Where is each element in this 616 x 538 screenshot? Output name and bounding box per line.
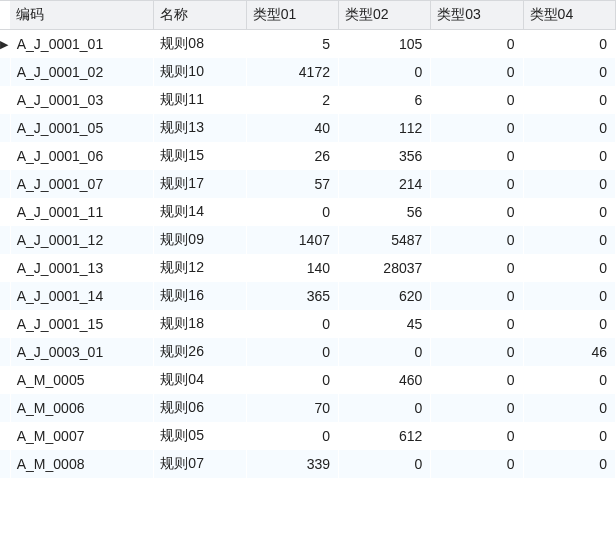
- cell-type01[interactable]: 5: [246, 30, 338, 58]
- cell-type03[interactable]: 0: [431, 338, 523, 366]
- table-row[interactable]: ▶A_J_0001_01规则08510500: [0, 30, 616, 58]
- cell-type03[interactable]: 0: [431, 394, 523, 422]
- cell-name[interactable]: 规则12: [154, 254, 246, 282]
- cell-name[interactable]: 规则18: [154, 310, 246, 338]
- cell-type03[interactable]: 0: [431, 282, 523, 310]
- cell-type03[interactable]: 0: [431, 58, 523, 86]
- column-header-name[interactable]: 名称: [154, 1, 246, 30]
- cell-name[interactable]: 规则08: [154, 30, 246, 58]
- cell-type04[interactable]: 0: [523, 254, 615, 282]
- cell-type03[interactable]: 0: [431, 86, 523, 114]
- table-row[interactable]: A_J_0001_14规则1636562000: [0, 282, 616, 310]
- cell-code[interactable]: A_M_0006: [10, 394, 154, 422]
- cell-type04[interactable]: 46: [523, 338, 615, 366]
- cell-code[interactable]: A_J_0001_02: [10, 58, 154, 86]
- cell-type01[interactable]: 0: [246, 338, 338, 366]
- cell-code[interactable]: A_J_0001_01: [10, 30, 154, 58]
- cell-name[interactable]: 规则06: [154, 394, 246, 422]
- cell-type01[interactable]: 70: [246, 394, 338, 422]
- cell-type03[interactable]: 0: [431, 226, 523, 254]
- cell-code[interactable]: A_J_0001_14: [10, 282, 154, 310]
- cell-name[interactable]: 规则11: [154, 86, 246, 114]
- column-header-code[interactable]: 编码: [10, 1, 154, 30]
- cell-type03[interactable]: 0: [431, 450, 523, 478]
- table-row[interactable]: A_J_0001_03规则112600: [0, 86, 616, 114]
- cell-type01[interactable]: 4172: [246, 58, 338, 86]
- table-row[interactable]: A_M_0007规则05061200: [0, 422, 616, 450]
- cell-type04[interactable]: 0: [523, 226, 615, 254]
- cell-type02[interactable]: 460: [338, 366, 430, 394]
- cell-type04[interactable]: 0: [523, 58, 615, 86]
- cell-type04[interactable]: 0: [523, 170, 615, 198]
- cell-type03[interactable]: 0: [431, 198, 523, 226]
- cell-type02[interactable]: 214: [338, 170, 430, 198]
- cell-type04[interactable]: 0: [523, 450, 615, 478]
- cell-type04[interactable]: 0: [523, 114, 615, 142]
- cell-code[interactable]: A_J_0001_12: [10, 226, 154, 254]
- cell-type01[interactable]: 0: [246, 366, 338, 394]
- cell-type03[interactable]: 0: [431, 310, 523, 338]
- cell-type04[interactable]: 0: [523, 310, 615, 338]
- cell-type02[interactable]: 356: [338, 142, 430, 170]
- cell-type04[interactable]: 0: [523, 198, 615, 226]
- cell-code[interactable]: A_M_0005: [10, 366, 154, 394]
- cell-name[interactable]: 规则07: [154, 450, 246, 478]
- cell-type01[interactable]: 57: [246, 170, 338, 198]
- cell-type04[interactable]: 0: [523, 394, 615, 422]
- table-row[interactable]: A_M_0005规则04046000: [0, 366, 616, 394]
- cell-type02[interactable]: 0: [338, 394, 430, 422]
- column-header-type03[interactable]: 类型03: [431, 1, 523, 30]
- cell-code[interactable]: A_J_0001_03: [10, 86, 154, 114]
- cell-code[interactable]: A_M_0008: [10, 450, 154, 478]
- cell-type04[interactable]: 0: [523, 422, 615, 450]
- cell-name[interactable]: 规则10: [154, 58, 246, 86]
- table-row[interactable]: A_J_0001_05规则134011200: [0, 114, 616, 142]
- cell-type03[interactable]: 0: [431, 422, 523, 450]
- cell-type02[interactable]: 620: [338, 282, 430, 310]
- cell-type01[interactable]: 1407: [246, 226, 338, 254]
- column-header-type04[interactable]: 类型04: [523, 1, 615, 30]
- cell-type02[interactable]: 112: [338, 114, 430, 142]
- cell-type01[interactable]: 365: [246, 282, 338, 310]
- cell-type01[interactable]: 140: [246, 254, 338, 282]
- cell-code[interactable]: A_J_0001_15: [10, 310, 154, 338]
- cell-type02[interactable]: 0: [338, 338, 430, 366]
- cell-type02[interactable]: 6: [338, 86, 430, 114]
- cell-type04[interactable]: 0: [523, 142, 615, 170]
- column-header-type02[interactable]: 类型02: [338, 1, 430, 30]
- cell-type02[interactable]: 45: [338, 310, 430, 338]
- cell-type02[interactable]: 56: [338, 198, 430, 226]
- cell-code[interactable]: A_J_0001_05: [10, 114, 154, 142]
- cell-type02[interactable]: 0: [338, 58, 430, 86]
- cell-type01[interactable]: 339: [246, 450, 338, 478]
- cell-type03[interactable]: 0: [431, 142, 523, 170]
- table-row[interactable]: A_J_0001_11规则1405600: [0, 198, 616, 226]
- table-row[interactable]: A_J_0001_02规则104172000: [0, 58, 616, 86]
- cell-type04[interactable]: 0: [523, 282, 615, 310]
- cell-code[interactable]: A_J_0001_06: [10, 142, 154, 170]
- cell-type04[interactable]: 0: [523, 30, 615, 58]
- cell-type01[interactable]: 40: [246, 114, 338, 142]
- cell-name[interactable]: 规则16: [154, 282, 246, 310]
- table-row[interactable]: A_J_0001_12规则091407548700: [0, 226, 616, 254]
- cell-type02[interactable]: 612: [338, 422, 430, 450]
- cell-type03[interactable]: 0: [431, 170, 523, 198]
- table-row[interactable]: A_J_0001_06规则152635600: [0, 142, 616, 170]
- cell-type04[interactable]: 0: [523, 366, 615, 394]
- cell-name[interactable]: 规则14: [154, 198, 246, 226]
- table-row[interactable]: A_J_0001_15规则1804500: [0, 310, 616, 338]
- cell-name[interactable]: 规则26: [154, 338, 246, 366]
- cell-name[interactable]: 规则05: [154, 422, 246, 450]
- data-grid[interactable]: 编码 名称 类型01 类型02 类型03 类型04 ▶A_J_0001_01规则…: [0, 0, 616, 478]
- table-row[interactable]: A_J_0003_01规则2600046: [0, 338, 616, 366]
- cell-type02[interactable]: 105: [338, 30, 430, 58]
- cell-type01[interactable]: 0: [246, 422, 338, 450]
- cell-type03[interactable]: 0: [431, 254, 523, 282]
- cell-code[interactable]: A_J_0003_01: [10, 338, 154, 366]
- cell-name[interactable]: 规则09: [154, 226, 246, 254]
- cell-type02[interactable]: 0: [338, 450, 430, 478]
- cell-type03[interactable]: 0: [431, 30, 523, 58]
- cell-type03[interactable]: 0: [431, 366, 523, 394]
- cell-type02[interactable]: 28037: [338, 254, 430, 282]
- cell-name[interactable]: 规则04: [154, 366, 246, 394]
